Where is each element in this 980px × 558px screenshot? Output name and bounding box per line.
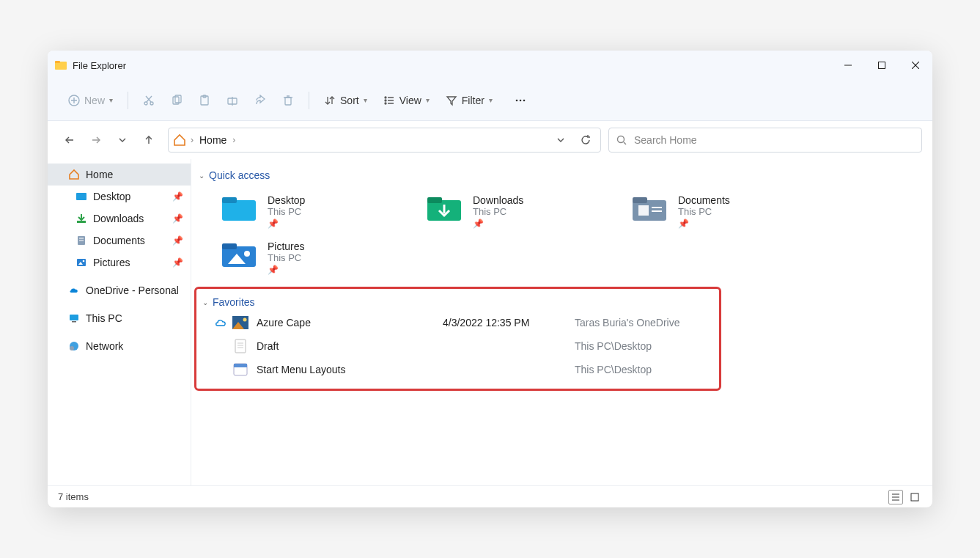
sidebar-item-thispc[interactable]: This PC (48, 307, 191, 329)
svg-point-31 (516, 99, 518, 101)
sidebar-item-home[interactable]: Home (48, 164, 191, 186)
chevron-down-icon: ▾ (364, 96, 367, 104)
address-bar[interactable]: › Home › (168, 128, 601, 153)
svg-point-33 (523, 99, 526, 101)
item-location: This PC\Desktop (575, 364, 652, 375)
address-dropdown[interactable] (550, 130, 571, 150)
sidebar-label: Network (86, 340, 123, 352)
favorite-item[interactable]: Draft This PC\Desktop (201, 334, 715, 358)
navigation-row: › Home › Search Home (48, 121, 932, 159)
svg-rect-78 (911, 493, 918, 501)
chevron-down-icon: ▾ (109, 96, 113, 104)
sort-button[interactable]: Sort ▾ (317, 87, 375, 114)
svg-point-9 (144, 102, 147, 105)
svg-marker-30 (447, 97, 456, 105)
folder-icon (631, 194, 668, 224)
svg-rect-52 (222, 200, 256, 221)
forward-button[interactable] (84, 128, 108, 152)
chevron-down-icon: ⌄ (202, 298, 208, 306)
file-explorer-window: File Explorer New ▾ Sort ▾ View ▾ (48, 51, 932, 507)
separator (309, 92, 309, 109)
sidebar-item-documents[interactable]: Documents 📌 (48, 230, 191, 252)
svg-point-37 (618, 136, 625, 143)
sidebar-item-network[interactable]: Network (48, 335, 191, 357)
filter-button[interactable]: Filter ▾ (438, 87, 500, 114)
favorite-item[interactable]: Azure Cape 4/3/2022 12:35 PM Taras Buria… (201, 311, 715, 334)
quick-access-downloads[interactable]: Downloads This PC 📌 (423, 190, 628, 233)
favorite-item[interactable]: Start Menu Layouts This PC\Desktop (201, 358, 715, 381)
group-label: Favorites (213, 296, 255, 308)
details-view-button[interactable] (888, 490, 903, 504)
close-button[interactable] (899, 51, 932, 80)
svg-rect-19 (285, 98, 291, 105)
group-favorites[interactable]: ⌄ Favorites (201, 293, 715, 311)
rename-button[interactable] (219, 87, 246, 114)
sidebar-item-onedrive[interactable]: OneDrive - Personal (48, 279, 191, 301)
item-date: 4/3/2022 12:35 PM (443, 317, 575, 328)
new-button[interactable]: New ▾ (61, 87, 120, 114)
svg-rect-59 (638, 205, 649, 216)
sidebar-item-desktop[interactable]: Desktop 📌 (48, 186, 191, 208)
more-button[interactable] (507, 87, 534, 114)
sidebar-item-downloads[interactable]: Downloads 📌 (48, 208, 191, 230)
sidebar-label: Pictures (93, 257, 130, 268)
back-button[interactable] (58, 128, 81, 152)
view-toggle (888, 490, 922, 504)
quick-access-desktop[interactable]: Desktop This PC 📌 (218, 190, 423, 233)
nav-arrows (58, 128, 161, 152)
svg-rect-53 (222, 197, 237, 203)
pin-icon: 📌 (268, 219, 305, 229)
svg-line-11 (147, 96, 152, 102)
svg-point-25 (385, 100, 386, 101)
up-button[interactable] (137, 128, 161, 152)
item-name: Downloads (473, 194, 523, 206)
sidebar-label: Desktop (93, 191, 130, 202)
home-icon[interactable] (173, 133, 186, 147)
quick-access-grid: Desktop This PC 📌 Downloads This PC 📌 (197, 184, 926, 287)
pin-icon: 📌 (678, 219, 730, 229)
svg-rect-3 (879, 62, 885, 69)
item-name: Azure Cape (252, 317, 443, 328)
item-sub: This PC (268, 206, 305, 217)
group-quick-access[interactable]: ⌄ Quick access (197, 166, 926, 184)
refresh-button[interactable] (575, 130, 596, 150)
delete-button[interactable] (275, 87, 301, 114)
pin-icon: 📌 (172, 257, 183, 268)
svg-rect-1 (55, 61, 60, 63)
item-sub: This PC (473, 206, 523, 217)
search-box[interactable]: Search Home (608, 128, 922, 153)
view-button[interactable]: View ▾ (376, 87, 437, 114)
svg-rect-69 (235, 339, 246, 353)
chevron-down-icon: ▾ (426, 96, 430, 104)
svg-point-26 (385, 103, 386, 104)
item-location: This PC\Desktop (575, 340, 652, 352)
pin-icon: 📌 (172, 235, 183, 246)
item-sub: This PC (268, 252, 305, 263)
pin-icon: 📌 (172, 213, 183, 224)
maximize-button[interactable] (865, 51, 899, 80)
quick-access-pictures[interactable]: Pictures This PC 📌 (218, 236, 423, 279)
quick-access-documents[interactable]: Documents This PC 📌 (628, 190, 833, 233)
item-sub: This PC (678, 206, 730, 217)
recent-button[interactable] (111, 128, 134, 152)
svg-point-24 (385, 97, 386, 98)
separator (128, 92, 128, 109)
cut-button[interactable] (136, 87, 162, 114)
sidebar-item-pictures[interactable]: Pictures 📌 (48, 252, 191, 274)
paste-button[interactable] (191, 87, 218, 114)
window-controls (831, 51, 932, 80)
folder-icon (221, 194, 257, 224)
item-location: Taras Buria's OneDrive (575, 317, 680, 328)
tiles-view-button[interactable] (907, 490, 922, 504)
folder-icon (426, 194, 463, 224)
svg-rect-45 (77, 259, 86, 266)
favorites-highlight-box: ⌄ Favorites Azure Cape 4/3/2022 12:35 PM… (194, 287, 721, 391)
minimize-button[interactable] (831, 51, 865, 80)
toolbar: New ▾ Sort ▾ View ▾ Filter ▾ (48, 80, 932, 121)
copy-button[interactable] (163, 87, 190, 114)
text-file-icon (229, 339, 252, 353)
share-button[interactable] (247, 87, 273, 114)
breadcrumb-home[interactable]: Home (198, 134, 228, 146)
item-count: 7 items (58, 491, 89, 502)
chevron-down-icon: ▾ (489, 96, 493, 104)
